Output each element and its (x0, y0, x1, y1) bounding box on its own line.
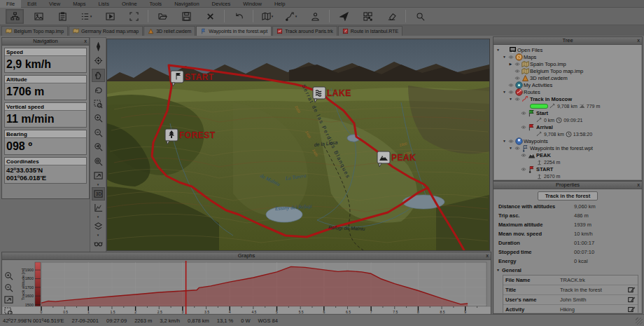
menu-edit[interactable]: Edit (21, 0, 43, 8)
visibility-eye-icon[interactable] (513, 69, 521, 74)
anaglyph-button[interactable] (92, 238, 105, 251)
tree-item-my-activities[interactable]: My Activities (496, 81, 641, 88)
eye-icon[interactable] (507, 55, 514, 60)
visibility-eye-icon[interactable] (519, 111, 527, 116)
chevron-down-icon[interactable]: ▾ (90, 14, 92, 18)
menu-navigation[interactable]: Navigation (168, 0, 205, 8)
menu-view[interactable]: View (43, 0, 66, 8)
zoom-page-button[interactable] (92, 155, 105, 168)
visibility-eye-icon[interactable] (519, 167, 527, 172)
target-button[interactable] (92, 55, 105, 68)
menu-file[interactable]: File (0, 0, 21, 8)
tree-item-3d-relief-cwdem[interactable]: 3D relief.cwdem (496, 74, 641, 81)
tree-item-waypoints-in-the-forest-wpt[interactable]: ▼Waypoints in the forest.wpt (496, 144, 641, 151)
eye-icon[interactable] (514, 62, 521, 67)
zoom-out-button[interactable] (92, 126, 105, 140)
edit-icon[interactable] (627, 286, 636, 294)
chevron-down-icon[interactable]: ▼ (502, 90, 507, 94)
close-icon[interactable]: x (637, 182, 640, 189)
zoom-select-button[interactable] (4, 299, 15, 311)
chevron-down-icon[interactable]: ▾ (97, 233, 99, 236)
chevron-down-icon[interactable]: ▾ (272, 14, 274, 18)
chevron-down-icon[interactable]: ▾ (97, 215, 99, 218)
elevation-profile-chart[interactable]: 15001600170018001900Track altitude [m]0.… (2, 260, 491, 314)
track-color-swatch[interactable] (530, 104, 548, 109)
tree-item-routes[interactable]: ▼Routes (496, 88, 641, 95)
tree-item-start[interactable]: Start (496, 109, 641, 116)
menu-online[interactable]: Online (115, 0, 144, 8)
chevron-down-icon[interactable]: ▾ (97, 183, 99, 186)
undo-button[interactable] (230, 9, 248, 24)
menu-maps[interactable]: Maps (66, 0, 92, 8)
zoom-out-button[interactable] (4, 276, 15, 287)
tree-item-waypoints[interactable]: ▼Waypoints (496, 137, 641, 144)
visibility-eye-icon[interactable] (507, 83, 514, 88)
open-folder-button[interactable] (153, 9, 172, 24)
view-3d-button[interactable]: 3D (92, 187, 105, 201)
zoom-in-button[interactable] (4, 264, 15, 275)
visibility-eye-icon[interactable] (513, 62, 521, 67)
chevron-down-icon[interactable]: ▾ (295, 14, 298, 18)
zoom-in-button[interactable] (92, 112, 105, 125)
chevron-down-icon[interactable]: ▼ (508, 97, 513, 101)
zoom-select-button[interactable] (92, 97, 105, 111)
tab-track-around-paris-trk[interactable]: Track around Paris.trk (272, 26, 337, 36)
visibility-eye-icon[interactable] (507, 55, 514, 60)
save-button[interactable] (177, 9, 195, 24)
tab-route-in-istanbul-rte[interactable]: Route in Istanbul.RTE (338, 26, 402, 36)
chevron-down-icon[interactable]: ▼ (502, 139, 507, 143)
chevron-down-icon[interactable]: ▼ (502, 55, 507, 59)
menu-lists[interactable]: Lists (92, 0, 115, 8)
tab-waypoints-in-the-forest-wpt[interactable]: Waypoints in the forest.wpt (196, 26, 272, 36)
profile-button[interactable] (92, 202, 105, 215)
rotate-button[interactable] (92, 83, 105, 97)
eye-icon[interactable] (514, 69, 521, 74)
menu-help[interactable]: Help (268, 0, 291, 8)
track-name-button[interactable]: Track in the forest (538, 191, 598, 201)
close-icon[interactable]: x (84, 38, 87, 45)
eye-icon[interactable] (520, 111, 527, 116)
visibility-eye-icon[interactable] (519, 153, 527, 158)
menu-tools[interactable]: Tools (144, 0, 169, 8)
eye-icon[interactable] (507, 83, 514, 88)
general-section-header[interactable]: ▼ General (494, 266, 641, 274)
compass-button[interactable] (92, 40, 105, 53)
zoom-prev-button[interactable] (92, 141, 105, 154)
map-3d-view[interactable]: Serrat de las Perdius Blanquesde la Llos… (106, 39, 490, 251)
chevron-down-icon[interactable]: ▼ (496, 48, 500, 52)
edit-icon[interactable] (627, 306, 636, 313)
sitemap-button[interactable] (6, 9, 24, 24)
tree-item-arrival[interactable]: Arrival (496, 123, 641, 130)
resize-grip[interactable] (636, 318, 643, 325)
tree-item-start[interactable]: START (496, 165, 641, 172)
eye-icon[interactable] (514, 97, 521, 102)
upload-user-button[interactable] (306, 9, 324, 24)
tree-item-belgium-topo-map-imp[interactable]: Belgium Topo map.imp (496, 67, 641, 74)
menu-window[interactable]: Window (237, 0, 268, 8)
tab-belgium-topo-map-imp[interactable]: Belgium Topo map.imp (1, 26, 68, 36)
tree-item-open-files[interactable]: ▼Open Files (496, 46, 641, 53)
eye-icon[interactable] (507, 139, 514, 144)
close-icon[interactable]: x (637, 37, 640, 44)
image-button[interactable] (29, 9, 48, 24)
eye-icon[interactable] (514, 76, 521, 81)
fit-view-button[interactable] (4, 287, 15, 299)
visibility-eye-icon[interactable] (513, 76, 521, 81)
chevron-right-icon[interactable]: ▶ (508, 62, 513, 66)
visibility-eye-icon[interactable] (513, 146, 521, 151)
tree-item-track-in-moscow[interactable]: ▼Track in Moscow (496, 95, 641, 102)
visibility-eye-icon[interactable] (513, 97, 521, 102)
visibility-eye-icon[interactable] (519, 125, 527, 130)
menu-devices[interactable]: Devices (206, 0, 237, 8)
tree-item-spain-topo-imp[interactable]: ▶Spain Topo.imp (496, 60, 641, 67)
hand-button[interactable] (92, 69, 105, 82)
close-file-button[interactable] (201, 9, 219, 24)
clipboard-button[interactable] (53, 9, 71, 24)
media-button[interactable] (101, 9, 119, 24)
eraser-button[interactable] (382, 9, 400, 24)
close-icon[interactable]: x (486, 252, 489, 259)
eye-icon[interactable] (520, 125, 527, 130)
eye-icon[interactable] (514, 146, 521, 151)
visibility-eye-icon[interactable] (507, 90, 514, 95)
chevron-down-icon[interactable]: ▼ (508, 146, 513, 150)
